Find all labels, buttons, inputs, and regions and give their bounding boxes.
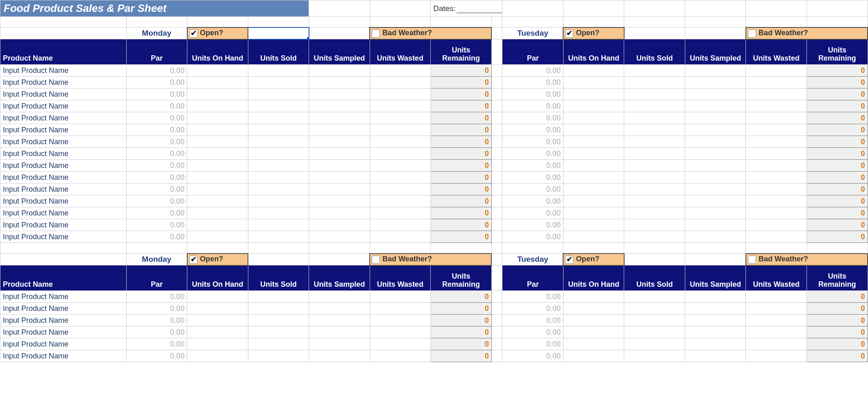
sold-cell[interactable] xyxy=(624,315,685,326)
data-row[interactable]: Input Product Name0.0000.000 xyxy=(0,124,868,136)
par-cell[interactable]: 0.00 xyxy=(126,100,187,112)
on-hand-cell[interactable] xyxy=(187,65,248,77)
par-cell[interactable]: 0.00 xyxy=(126,291,187,303)
sampled-cell[interactable] xyxy=(685,338,746,350)
on-hand-cell[interactable] xyxy=(187,315,248,326)
data-row[interactable]: Input Product Name0.0000.000 xyxy=(0,88,868,100)
par-cell[interactable]: 0.00 xyxy=(126,136,187,148)
data-row[interactable]: Input Product Name0.0000.000 xyxy=(0,112,868,124)
product-name-cell[interactable]: Input Product Name xyxy=(0,219,127,231)
on-hand-cell[interactable] xyxy=(563,148,624,160)
sold-cell[interactable] xyxy=(624,65,685,77)
sold-cell[interactable] xyxy=(624,100,685,112)
sampled-cell[interactable] xyxy=(685,207,746,219)
wasted-cell[interactable] xyxy=(370,350,431,362)
sold-cell[interactable] xyxy=(248,77,309,88)
bad-weather-checkbox-tuesday-2[interactable]: Bad Weather? xyxy=(746,254,868,265)
sold-cell[interactable] xyxy=(248,124,309,136)
checkbox-icon[interactable] xyxy=(748,256,756,264)
product-name-cell[interactable]: Input Product Name xyxy=(0,350,127,362)
on-hand-cell[interactable] xyxy=(187,350,248,362)
sold-cell[interactable] xyxy=(624,148,685,160)
par-cell[interactable]: 0.00 xyxy=(126,65,187,77)
product-name-cell[interactable]: Input Product Name xyxy=(0,231,127,243)
wasted-cell[interactable] xyxy=(746,219,807,231)
par-cell[interactable]: 0.00 xyxy=(502,315,564,326)
par-cell[interactable]: 0.00 xyxy=(126,231,187,243)
data-row[interactable]: Input Product Name0.0000.000 xyxy=(0,184,868,195)
par-cell[interactable]: 0.00 xyxy=(126,88,187,100)
par-cell[interactable]: 0.00 xyxy=(502,160,564,172)
sold-cell[interactable] xyxy=(624,124,685,136)
on-hand-cell[interactable] xyxy=(187,231,248,243)
wasted-cell[interactable] xyxy=(370,148,431,160)
on-hand-cell[interactable] xyxy=(563,338,624,350)
bad-weather-checkbox-monday-2[interactable]: Bad Weather? xyxy=(370,254,491,265)
sold-cell[interactable] xyxy=(624,77,685,88)
wasted-cell[interactable] xyxy=(370,315,431,326)
wasted-cell[interactable] xyxy=(746,291,807,303)
par-cell[interactable]: 0.00 xyxy=(126,172,187,184)
sold-cell[interactable] xyxy=(248,231,309,243)
checkbox-icon[interactable] xyxy=(372,256,380,264)
par-cell[interactable]: 0.00 xyxy=(502,112,564,124)
bad-weather-checkbox-tuesday[interactable]: Bad Weather? xyxy=(746,27,868,39)
sampled-cell[interactable] xyxy=(309,207,370,219)
sold-cell[interactable] xyxy=(248,160,309,172)
wasted-cell[interactable] xyxy=(746,65,807,77)
sold-cell[interactable] xyxy=(248,112,309,124)
product-name-cell[interactable]: Input Product Name xyxy=(0,303,127,315)
sampled-cell[interactable] xyxy=(685,136,746,148)
product-name-cell[interactable]: Input Product Name xyxy=(0,77,127,88)
wasted-cell[interactable] xyxy=(370,338,431,350)
on-hand-cell[interactable] xyxy=(563,184,624,195)
sold-cell[interactable] xyxy=(624,112,685,124)
sampled-cell[interactable] xyxy=(685,350,746,362)
par-cell[interactable]: 0.00 xyxy=(502,148,564,160)
sampled-cell[interactable] xyxy=(685,291,746,303)
on-hand-cell[interactable] xyxy=(187,338,248,350)
wasted-cell[interactable] xyxy=(746,326,807,338)
on-hand-cell[interactable] xyxy=(563,315,624,326)
par-cell[interactable]: 0.00 xyxy=(126,219,187,231)
sampled-cell[interactable] xyxy=(309,291,370,303)
open-checkbox-tuesday-2[interactable]: Open? xyxy=(563,254,624,265)
sold-cell[interactable] xyxy=(624,184,685,195)
on-hand-cell[interactable] xyxy=(563,124,624,136)
sold-cell[interactable] xyxy=(624,231,685,243)
wasted-cell[interactable] xyxy=(746,184,807,195)
par-cell[interactable]: 0.00 xyxy=(502,88,564,100)
on-hand-cell[interactable] xyxy=(563,291,624,303)
sampled-cell[interactable] xyxy=(685,172,746,184)
par-cell[interactable]: 0.00 xyxy=(126,77,187,88)
sampled-cell[interactable] xyxy=(685,88,746,100)
open-checkbox-monday-2[interactable]: Open? xyxy=(187,254,248,265)
on-hand-cell[interactable] xyxy=(187,77,248,88)
sampled-cell[interactable] xyxy=(685,124,746,136)
wasted-cell[interactable] xyxy=(746,77,807,88)
wasted-cell[interactable] xyxy=(746,195,807,207)
on-hand-cell[interactable] xyxy=(187,184,248,195)
wasted-cell[interactable] xyxy=(370,136,431,148)
par-cell[interactable]: 0.00 xyxy=(502,303,564,315)
product-name-cell[interactable]: Input Product Name xyxy=(0,148,127,160)
on-hand-cell[interactable] xyxy=(187,219,248,231)
on-hand-cell[interactable] xyxy=(563,350,624,362)
par-cell[interactable]: 0.00 xyxy=(502,136,564,148)
par-cell[interactable]: 0.00 xyxy=(502,326,564,338)
wasted-cell[interactable] xyxy=(370,100,431,112)
sold-cell[interactable] xyxy=(624,338,685,350)
data-row[interactable]: Input Product Name0.0000.000 xyxy=(0,207,868,219)
par-cell[interactable]: 0.00 xyxy=(502,350,564,362)
dates-input-line[interactable] xyxy=(457,13,502,13)
par-cell[interactable]: 0.00 xyxy=(126,326,187,338)
sampled-cell[interactable] xyxy=(685,77,746,88)
wasted-cell[interactable] xyxy=(746,160,807,172)
sampled-cell[interactable] xyxy=(309,350,370,362)
checkbox-icon[interactable] xyxy=(565,29,573,38)
wasted-cell[interactable] xyxy=(370,65,431,77)
sold-cell[interactable] xyxy=(248,303,309,315)
data-row[interactable]: Input Product Name0.0000.000 xyxy=(0,195,868,207)
par-cell[interactable]: 0.00 xyxy=(126,112,187,124)
par-cell[interactable]: 0.00 xyxy=(126,315,187,326)
